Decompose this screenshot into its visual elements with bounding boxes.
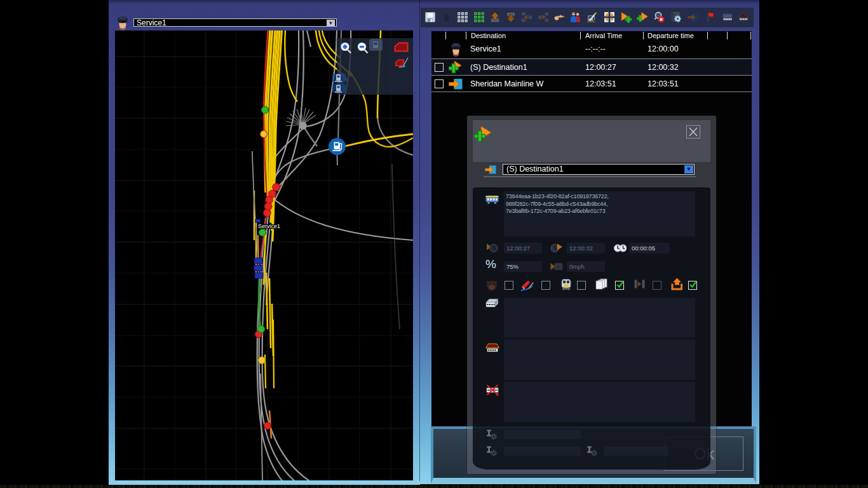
svg-text:Service1: Service1: [258, 223, 280, 229]
